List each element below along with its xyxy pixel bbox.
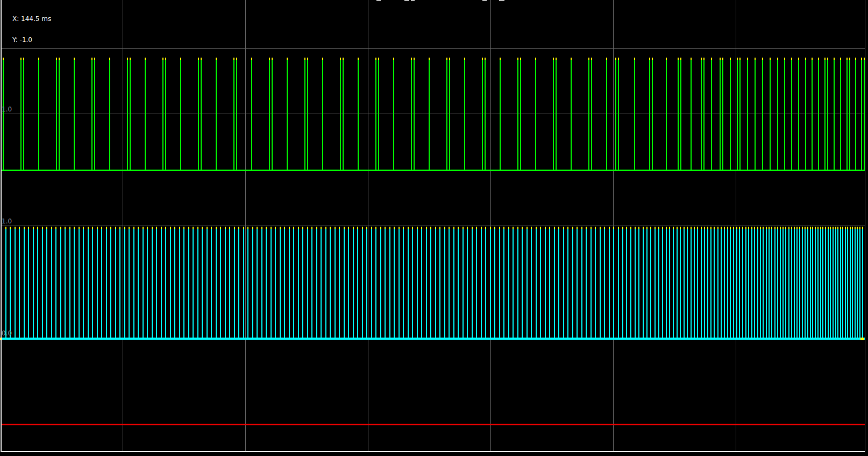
cursor-x-readout: X: 144.5 ms <box>12 16 51 23</box>
ch2-pulse <box>161 227 162 340</box>
ch2-pulse <box>15 227 16 340</box>
ch1-pulse <box>343 58 344 171</box>
ch1-pulse <box>762 58 763 171</box>
ch1-pulse-tip <box>251 58 252 60</box>
ch1-pulse <box>91 58 93 171</box>
ch2-pulse-tip <box>855 227 856 229</box>
ch1-pulse <box>849 58 850 171</box>
ch2-pulse <box>426 227 427 340</box>
ch1-pulse-tip <box>517 58 518 60</box>
ch2-pulse-tip <box>311 227 312 229</box>
ch1-pulse-tip <box>680 58 681 60</box>
ch2-pulse-tip <box>618 227 619 229</box>
ch2-pulse-tip <box>757 227 758 229</box>
ch2-pulse <box>707 227 708 340</box>
ch2-pulse <box>590 227 592 340</box>
ch2-pulse-tip <box>754 227 755 229</box>
ch2-pulse <box>129 227 130 340</box>
ch1-pulse-tip <box>482 58 483 60</box>
ch2-pulse-tip <box>357 227 358 229</box>
ch1-pulse-tip <box>666 58 667 60</box>
ch1-pulse <box>378 58 379 171</box>
ch2-pulse-tip <box>558 227 559 229</box>
ch1-pulse <box>520 58 521 171</box>
ch2-pulse-tip <box>788 227 789 229</box>
ch2-pulse-tip <box>717 227 718 229</box>
ch2-pulse <box>302 227 303 340</box>
ch2-pulse <box>638 227 639 340</box>
ch2-pulse-tip <box>426 227 427 229</box>
ch1-pulse-tip <box>236 58 237 60</box>
ch2-pulse <box>662 227 663 340</box>
ch1-pulse <box>322 58 323 171</box>
ch2-pulse <box>577 227 578 340</box>
ch2-pulse-tip <box>5 227 6 229</box>
ch2-pulse-tip <box>399 227 400 229</box>
ch2-pulse <box>421 227 422 340</box>
ch2-pulse <box>810 227 811 340</box>
ch2-pulse <box>835 227 836 340</box>
ch2-pulse-tip <box>101 227 102 229</box>
ch2-pulse-tip <box>380 227 381 229</box>
ch2-pulse-tip <box>837 227 838 229</box>
ch2-pulse-tip <box>51 227 52 229</box>
ch1-pulse <box>500 58 501 171</box>
ch2-pulse <box>828 227 829 340</box>
ch1-pulse <box>251 58 252 171</box>
ch2-pulse-tip <box>60 227 61 229</box>
ch2-pulse-tip <box>791 227 792 229</box>
ch2-pulse-tip <box>522 227 523 229</box>
ch1-pulse <box>777 58 778 171</box>
ch2-pulse <box>399 227 400 340</box>
ch2-pulse-tip <box>458 227 459 229</box>
ch2-pulse <box>74 227 75 340</box>
ch2-pulse <box>646 227 648 340</box>
ch1-pulse-tip <box>678 58 679 60</box>
ch2-pulse <box>630 227 631 340</box>
ch1-pulse <box>393 58 394 171</box>
ch2-pulse <box>79 227 80 340</box>
ch1-pulse-tip <box>791 58 792 60</box>
ch2-pulse-tip <box>243 227 244 229</box>
ch1-pulse-tip <box>304 58 305 60</box>
ch2-pulse <box>822 227 823 340</box>
ch1-pulse-tip <box>201 58 202 60</box>
ch1-pulse-tip <box>130 58 131 60</box>
ch1-pulse <box>304 58 305 171</box>
ch2-pulse <box>490 227 491 340</box>
ch2-pulse <box>357 227 358 340</box>
ch2-pulse-tip <box>33 227 34 229</box>
ch2-pulse <box>51 227 52 340</box>
ch2-pulse <box>701 227 702 340</box>
ch2-pulse <box>697 227 698 340</box>
ch2-pulse <box>840 227 841 340</box>
ch1-pulse-tip <box>307 58 308 60</box>
ch1-pulse <box>23 58 24 171</box>
ch2-pulse-tip <box>371 227 372 229</box>
ch2-pulse-tip <box>780 227 781 229</box>
ch2-pulse <box>837 227 838 340</box>
ch2-pulse-tip <box>680 227 681 229</box>
ch1-pulse-tip <box>730 58 731 60</box>
ch2-pulse <box>558 227 559 340</box>
ch1-pulse-tip <box>500 58 501 60</box>
ch1-pulse <box>824 58 826 171</box>
ch2-pulse <box>271 227 272 340</box>
ch2-pulse <box>796 227 798 340</box>
ch2-pulse <box>691 227 692 340</box>
ch2-pulse <box>704 227 705 340</box>
ch2-pulse-tip <box>335 227 336 229</box>
ch1-pulse-tip <box>606 58 607 60</box>
ch3-constant-line <box>2 424 865 425</box>
ch2-pulse <box>417 227 418 340</box>
ch1-pulse-tip <box>358 58 359 60</box>
ch2-pulse-tip <box>572 227 573 229</box>
ch2-pulse-tip <box>476 227 477 229</box>
ch2-pulse-tip <box>74 227 75 229</box>
ch2-pulse <box>243 227 244 340</box>
ch2-pulse <box>371 227 372 340</box>
ch2-pulse <box>850 227 851 340</box>
ch2-pulse-tip <box>635 227 636 229</box>
ch1-pulse <box>722 58 723 171</box>
ch1-pulse <box>703 58 705 171</box>
